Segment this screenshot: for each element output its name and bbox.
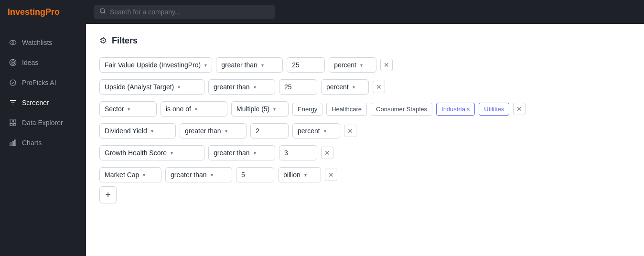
remove-button-5[interactable]: ✕ [321, 147, 333, 159]
remove-button-1[interactable]: ✕ [380, 59, 393, 71]
svg-rect-11 [12, 141, 14, 146]
value-input-5[interactable] [279, 145, 317, 160]
sidebar-item-data-explorer[interactable]: Data Explorer [0, 114, 86, 132]
unit-select-6[interactable]: billion ▾ [278, 167, 321, 182]
filter-row-4: Dividend Yield ▾ greater than ▾ percent … [99, 123, 631, 139]
sector-tag-energy: Energy [292, 103, 322, 116]
remove-button-2[interactable]: ✕ [373, 81, 385, 93]
sidebar-item-propicks[interactable]: ProPicks AI [0, 74, 86, 92]
add-filter-button[interactable]: + [99, 186, 117, 203]
value-input-1[interactable] [287, 57, 325, 73]
chevron-down-icon: ▾ [128, 107, 130, 112]
svg-rect-12 [14, 140, 16, 146]
sidebar-label-charts: Charts [22, 139, 42, 147]
multiple-select-3[interactable]: Multiple (5) ▾ [231, 101, 289, 117]
chevron-down-icon: ▾ [261, 63, 264, 68]
multiple-label-3: Multiple (5) [236, 105, 269, 113]
metric-label-1: Fair Value Upside (InvestingPro) [105, 61, 201, 69]
svg-point-5 [10, 80, 16, 85]
eye-icon [9, 38, 17, 47]
remove-button-3[interactable]: ✕ [513, 103, 526, 115]
metric-select-3[interactable]: Sector ▾ [99, 101, 157, 117]
sidebar-label-propicks: ProPicks AI [22, 79, 56, 86]
value-input-2[interactable] [279, 79, 317, 95]
unit-select-1[interactable]: percent ▾ [329, 57, 376, 73]
svg-point-3 [11, 61, 15, 64]
unit-select-2[interactable]: percent ▾ [321, 79, 369, 95]
svg-rect-10 [10, 143, 11, 146]
metric-label-5: Growth Health Score [105, 149, 167, 157]
chevron-down-icon: ▾ [211, 172, 213, 178]
grid-icon [9, 118, 17, 127]
operator-label-6: greater than [171, 171, 207, 179]
metric-label-6: Market Cap [105, 171, 139, 179]
metric-label-3: Sector [105, 105, 124, 113]
bar-chart-icon [9, 139, 17, 147]
logo-part2: Pro [45, 7, 60, 17]
logo-part1: Investing [8, 7, 45, 17]
chevron-down-icon: ▾ [195, 107, 197, 112]
sector-tag-healthcare: Healthcare [326, 103, 367, 116]
chevron-down-icon: ▾ [204, 63, 207, 68]
svg-point-13 [100, 9, 105, 13]
operator-select-6[interactable]: greater than ▾ [165, 167, 232, 182]
value-input-4[interactable] [250, 123, 289, 139]
unit-label-6: billion [283, 171, 301, 179]
search-box[interactable] [94, 5, 275, 19]
remove-button-6[interactable]: ✕ [325, 169, 337, 181]
operator-select-1[interactable]: greater than ▾ [216, 57, 283, 73]
sidebar-label-screener: Screener [22, 99, 49, 107]
operator-select-3[interactable]: is one of ▾ [161, 101, 227, 117]
operator-label-5: greater than [214, 149, 250, 157]
metric-select-1[interactable]: Fair Value Upside (InvestingPro) ▾ [99, 57, 212, 73]
sidebar: InvestingPro Watchlists Ideas ProPicks A… [0, 0, 86, 256]
operator-label-1: greater than [221, 61, 258, 69]
chevron-down-icon: ▾ [178, 85, 180, 90]
filter-row-1: Fair Value Upside (InvestingPro) ▾ great… [99, 57, 631, 73]
operator-label-2: greater than [214, 83, 250, 91]
remove-button-4[interactable]: ✕ [344, 125, 356, 137]
metric-select-2[interactable]: Upside (Analyst Target) ▾ [99, 79, 204, 95]
target-icon [9, 58, 17, 67]
topbar [86, 0, 644, 24]
chevron-down-icon: ▾ [304, 172, 307, 178]
svg-rect-9 [13, 123, 16, 126]
logo: InvestingPro [0, 0, 86, 24]
sector-tag-utilities: Utilities [479, 103, 509, 116]
svg-point-4 [12, 62, 14, 64]
main-wrapper: ⚙ Filters Fair Value Upside (InvestingPr… [86, 0, 644, 256]
filter-row-3: Sector ▾ is one of ▾ Multiple (5) ▾ Ener… [99, 101, 631, 117]
metric-select-6[interactable]: Market Cap ▾ [99, 167, 161, 182]
sidebar-item-charts[interactable]: Charts [0, 134, 86, 152]
sidebar-item-ideas[interactable]: Ideas [0, 53, 86, 72]
unit-label-4: percent [298, 127, 320, 135]
content-area: ⚙ Filters Fair Value Upside (InvestingPr… [86, 24, 644, 256]
sidebar-label-ideas: Ideas [22, 59, 38, 66]
chevron-down-icon: ▾ [360, 63, 363, 68]
sidebar-item-watchlists[interactable]: Watchlists [0, 33, 86, 52]
metric-select-5[interactable]: Growth Health Score ▾ [99, 145, 204, 160]
sector-tag-consumer-staples: Consumer Staples [371, 103, 432, 116]
unit-label-2: percent [326, 83, 349, 91]
operator-select-4[interactable]: greater than ▾ [180, 123, 247, 139]
chevron-down-icon: ▾ [273, 107, 276, 112]
unit-label-1: percent [334, 61, 356, 69]
search-icon [99, 8, 106, 16]
propicks-icon [9, 78, 17, 87]
metric-select-4[interactable]: Dividend Yield ▾ [99, 123, 176, 139]
operator-label-4: greater than [185, 127, 221, 135]
chevron-down-icon: ▾ [324, 128, 326, 134]
operator-select-5[interactable]: greater than ▾ [208, 145, 275, 160]
filter-icon [9, 98, 17, 107]
operator-label-3: is one of [166, 105, 191, 113]
sidebar-item-screener[interactable]: Screener [0, 94, 86, 112]
svg-rect-6 [10, 120, 12, 122]
svg-rect-8 [10, 123, 12, 126]
unit-select-4[interactable]: percent ▾ [292, 123, 340, 139]
value-input-6[interactable] [236, 167, 274, 182]
page-title: Filters [112, 36, 138, 46]
chevron-down-icon: ▾ [225, 128, 227, 134]
operator-select-2[interactable]: greater than ▾ [208, 79, 275, 95]
search-input[interactable] [110, 8, 269, 16]
filters-list: Fair Value Upside (InvestingPro) ▾ great… [99, 57, 631, 182]
